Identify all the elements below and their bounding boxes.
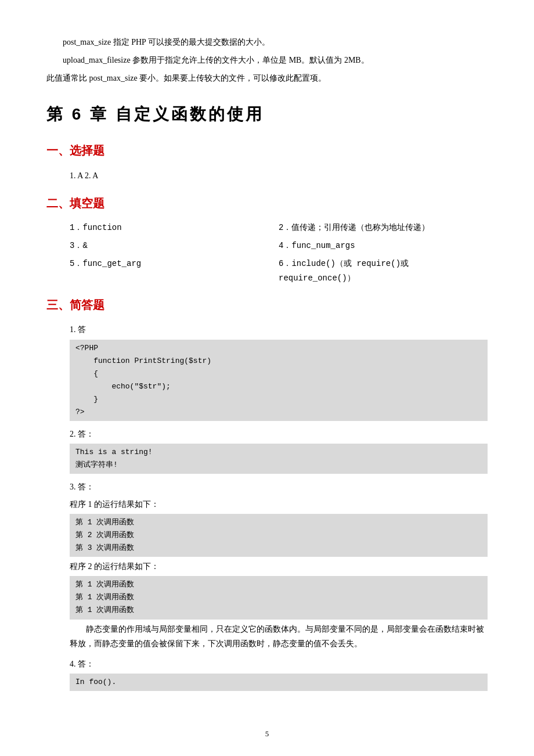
qa2-output: This is a string! 测试字符串! — [70, 444, 488, 474]
intro-line3: 此值通常比 post_max_size 要小。如果要上传较大的文件，可以修改此配… — [46, 71, 488, 85]
intro-line1: post_max_size 指定 PHP 可以接受的最大提交数据的大小。 — [46, 35, 488, 49]
fill-value-5: func_get_arg — [82, 259, 141, 268]
qa-section: 1. 答 <?PHP function PrintString($str) { … — [70, 322, 488, 691]
section3-title: 三、简答题 — [46, 297, 488, 313]
fill-item-4: 4．func_num_args — [279, 239, 488, 253]
qa-item-1: 1. 答 <?PHP function PrintString($str) { … — [70, 322, 488, 421]
fill-value-2: 值传递；引用传递（也称为地址传递） — [291, 223, 430, 232]
fill-item-5: 5．func_get_arg — [70, 257, 279, 286]
page: post_max_size 指定 PHP 可以接受的最大提交数据的大小。 upl… — [0, 0, 534, 756]
qa3-prog1-output: 第 1 次调用函数 第 2 次调用函数 第 3 次调用函数 — [70, 514, 488, 557]
qa3-prog2-output: 第 1 次调用函数 第 1 次调用函数 第 1 次调用函数 — [70, 576, 488, 619]
qa3-paragraph: 静态变量的作用域与局部变量相同，只在定义它的函数体内。与局部变量不同的是，局部变… — [70, 622, 488, 651]
section1-title: 一、选择题 — [46, 143, 488, 159]
fill-value-3: & — [82, 241, 87, 250]
qa-item-3: 3. 答： 程序 1 的运行结果如下： 第 1 次调用函数 第 2 次调用函数 … — [70, 480, 488, 651]
qa-item-4: 4. 答： In foo(). — [70, 657, 488, 691]
choice-list: 1. A 2. A — [70, 168, 488, 184]
fill-item-3: 3．& — [70, 239, 279, 253]
intro-line2: upload_max_filesize 参数用于指定允许上传的文件大小，单位是 … — [46, 53, 488, 67]
qa2-label: 2. 答： — [70, 427, 488, 441]
fill-item-6: 6．include()（或 require()或 require_once()） — [279, 257, 488, 286]
qa3-prog1-label: 程序 1 的运行结果如下： — [70, 497, 488, 512]
fill-value-4: func_num_args — [291, 241, 355, 250]
choice-items: 1. A 2. A — [70, 171, 98, 180]
fill-item-2: 2．值传递；引用传递（也称为地址传递） — [279, 221, 488, 235]
qa-item-2: 2. 答： This is a string! 测试字符串! — [70, 427, 488, 474]
fill-value-6: include()（或 require()或 require_once()） — [279, 259, 409, 283]
qa3-label: 3. 答： — [70, 480, 488, 494]
qa3-prog2-label: 程序 2 的运行结果如下： — [70, 559, 488, 574]
fill-item-1: 1．function — [70, 221, 279, 235]
qa1-label: 1. 答 — [70, 322, 488, 337]
qa4-output: In foo(). — [70, 674, 488, 691]
fill-value-1: function — [82, 223, 121, 232]
section2-title: 二、填空题 — [46, 196, 488, 211]
page-number: 5 — [265, 729, 269, 739]
fill-blank-grid: 1．function 2．值传递；引用传递（也称为地址传递） 3．& 4．fun… — [70, 221, 488, 286]
qa4-label: 4. 答： — [70, 657, 488, 671]
qa1-code: <?PHP function PrintString($str) { echo(… — [70, 340, 488, 422]
chapter-title: 第 6 章 自定义函数的使用 — [46, 103, 488, 125]
